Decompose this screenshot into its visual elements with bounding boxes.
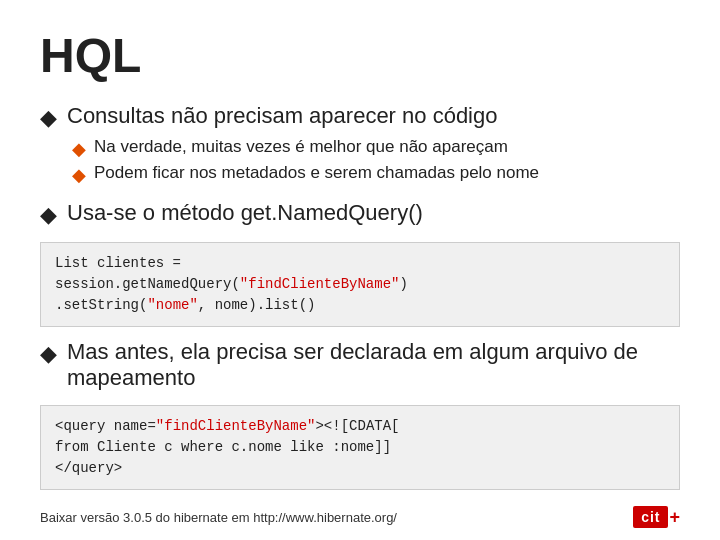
bullet-main-3: ◆ Mas antes, ela precisa ser declarada e…	[40, 339, 680, 391]
code-block-1: List clientes = session.getNamedQuery("f…	[40, 242, 680, 327]
cit-logo-text: cit	[633, 506, 668, 528]
bullet-main-text-2: Usa-se o método get.NamedQuery()	[67, 200, 680, 226]
bullet-sub-text-1-2: Podem ficar nos metadados e serem chamad…	[94, 163, 539, 183]
code2-line-2: from Cliente c where c.nome like :nome]]	[55, 437, 665, 458]
slide: HQL ◆ Consultas não precisam aparecer no…	[0, 0, 720, 540]
bullet-main-text-1: Consultas não precisam aparecer no códig…	[67, 103, 680, 129]
page-title: HQL	[40, 30, 680, 83]
bullet-dot-3: ◆	[40, 341, 57, 367]
code-line-1: List clientes =	[55, 253, 665, 274]
cit-logo-plus: +	[669, 507, 680, 528]
sub-dot-1-1: ◆	[72, 138, 86, 160]
code-line-3: .setString("nome", nome).list()	[55, 295, 665, 316]
code-block-2: <query name="findClienteByName"><![CDATA…	[40, 405, 680, 490]
bullet-dot-2: ◆	[40, 202, 57, 228]
bullet-section-3: ◆ Mas antes, ela precisa ser declarada e…	[40, 339, 680, 391]
bullet-main-1: ◆ Consultas não precisam aparecer no cód…	[40, 103, 680, 131]
bullet-sub-1-2: ◆ Podem ficar nos metadados e serem cham…	[72, 163, 680, 186]
bullet-dot-1: ◆	[40, 105, 57, 131]
bullet-main-text-3: Mas antes, ela precisa ser declarada em …	[67, 339, 680, 391]
code2-line-3: </query>	[55, 458, 665, 479]
code-line-2: session.getNamedQuery("findClienteByName…	[55, 274, 665, 295]
footer: Baixar versão 3.0.5 do hibernate em http…	[40, 506, 680, 528]
bullet-section-2: ◆ Usa-se o método get.NamedQuery()	[40, 200, 680, 228]
code2-line-1: <query name="findClienteByName"><![CDATA…	[55, 416, 665, 437]
footer-text: Baixar versão 3.0.5 do hibernate em http…	[40, 510, 397, 525]
bullet-sub-text-1-1: Na verdade, muitas vezes é melhor que nã…	[94, 137, 508, 157]
bullet-sub-1-1: ◆ Na verdade, muitas vezes é melhor que …	[72, 137, 680, 160]
bullet-section-1: ◆ Consultas não precisam aparecer no cód…	[40, 103, 680, 186]
cit-logo: cit+	[633, 506, 680, 528]
sub-dot-1-2: ◆	[72, 164, 86, 186]
bullet-main-2: ◆ Usa-se o método get.NamedQuery()	[40, 200, 680, 228]
